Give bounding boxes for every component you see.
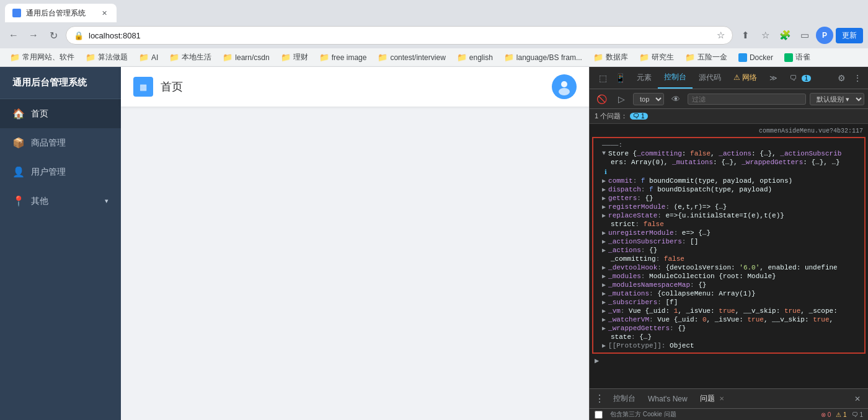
expand-arrow-icon[interactable]: ▶ xyxy=(602,325,606,332)
eye-button[interactable]: 👁 xyxy=(668,91,684,107)
devtools-tab-console[interactable]: 控制台 xyxy=(658,67,693,89)
bookmark-label: language/BS fram... xyxy=(516,53,582,62)
console-output[interactable]: commenAsideMenu.vue?4b32:117 ————: ▼ Sto… xyxy=(590,124,868,388)
bookmark-item-9[interactable]: 📁 language/BS fram... xyxy=(499,51,587,63)
bookmark-item-12[interactable]: 📁 五险一金 xyxy=(680,51,732,64)
bookmark-item-14[interactable]: 语雀 xyxy=(779,51,815,64)
devtools-tab-sources[interactable]: 源代码 xyxy=(693,68,727,88)
console-line-getters[interactable]: ▶ getters: {} xyxy=(597,194,861,203)
share-button[interactable]: ⬆ xyxy=(737,27,754,44)
console-line-unregister[interactable]: ▶ unregisterModule: e=> {…} xyxy=(597,229,861,237)
console-line-modulesnamespace[interactable]: ▶ _modulesNamespaceMap: {} xyxy=(597,281,861,289)
settings-button[interactable]: ⚙ xyxy=(833,70,849,86)
bookmark-item-0[interactable]: 📁 常用网站、软件 xyxy=(5,51,79,64)
bookmark-item-11[interactable]: 📁 研究生 xyxy=(634,51,679,64)
expand-arrow-icon[interactable]: ▶ xyxy=(602,299,606,306)
devtools-button[interactable]: ▭ xyxy=(796,27,813,44)
user-avatar[interactable] xyxy=(552,74,577,99)
bookmark-item-1[interactable]: 📁 算法做题 xyxy=(81,51,133,64)
expand-arrow-icon[interactable]: ▶ xyxy=(602,177,606,185)
update-button[interactable]: 更新 xyxy=(836,28,863,43)
console-line-expand[interactable]: ▶ xyxy=(590,355,868,367)
console-line-subscribers[interactable]: ▶ _subscribers: [f] xyxy=(597,298,861,307)
bookmark-item-5[interactable]: 📁 理财 xyxy=(276,51,313,64)
sidebar-item-home[interactable]: 🏠 首页 xyxy=(0,99,121,128)
footer-label: 包含第三方 Cookie 问题 xyxy=(610,410,676,419)
devtools-tab-issues[interactable]: 🗨 1 xyxy=(784,69,817,87)
console-line-prototype[interactable]: ▶ [[Prototype]]: Object xyxy=(597,341,861,350)
context-select[interactable]: top xyxy=(633,93,664,105)
bookmark-button[interactable]: ☆ xyxy=(756,27,774,44)
bookmark-item-13[interactable]: Docker xyxy=(733,52,778,63)
expand-arrow-icon[interactable]: ▶ xyxy=(602,307,606,315)
expand-arrow-icon[interactable]: ▶ xyxy=(602,281,606,289)
extensions-button[interactable]: 🧩 xyxy=(776,27,794,44)
bottom-tab-console[interactable]: 控制台 xyxy=(607,390,642,408)
console-line-devtoolhook[interactable]: ▶ _devtoolHook: {devtoolsVersion: '6.0',… xyxy=(597,263,861,272)
bottom-tab-issues[interactable]: 问题 ✕ xyxy=(694,390,730,408)
dots-menu-button[interactable]: ⋮ xyxy=(592,393,607,405)
expand-arrow-icon[interactable]: ▶ xyxy=(602,238,606,245)
clear-console-button[interactable]: 🚫 xyxy=(593,91,609,107)
reload-button[interactable]: ↻ xyxy=(45,27,62,44)
console-line-actionsubs[interactable]: ▶ _actionSubscribers: [] xyxy=(597,237,861,246)
more-options-button[interactable]: ⋮ xyxy=(849,70,866,86)
expand-arrow-icon[interactable]: ▼ xyxy=(602,150,606,157)
bookmark-label: contest/interview xyxy=(390,53,445,62)
bottom-tab-whatsnew[interactable]: What's New xyxy=(642,391,694,407)
expand-arrow-icon[interactable]: ▶ xyxy=(602,229,606,237)
devtools-tab-overflow[interactable]: ≫ xyxy=(763,69,784,87)
bookmark-item-4[interactable]: 📁 learn/csdn xyxy=(218,51,274,63)
expand-arrow-icon[interactable]: ▶ xyxy=(602,247,606,254)
profile-button[interactable]: P xyxy=(816,27,833,44)
browser-tab-active[interactable]: 通用后台管理系统 ✕ xyxy=(5,4,117,22)
expand-arrow-icon[interactable]: ▶ xyxy=(602,264,606,271)
expand-arrow-icon[interactable]: ▶ xyxy=(595,356,599,365)
expand-arrow-icon[interactable]: ▶ xyxy=(602,212,606,219)
svg-point-0 xyxy=(561,81,567,87)
run-script-button[interactable]: ▷ xyxy=(613,91,629,107)
bookmark-item-2[interactable]: 📁 AI xyxy=(134,51,163,63)
devtools-tab-elements[interactable]: 元素 xyxy=(631,68,658,88)
console-line-commit[interactable]: ▶ commit: f boundCommit(type, payload, o… xyxy=(597,177,861,185)
expand-arrow-icon[interactable]: ▶ xyxy=(602,290,606,297)
expand-arrow-icon[interactable]: ▶ xyxy=(602,316,606,323)
third-party-cookie-checkbox[interactable] xyxy=(595,411,603,419)
console-line-mutations[interactable]: ▶ _mutations: {collapseMenu: Array(1)} xyxy=(597,289,861,298)
expand-arrow-icon[interactable]: ▶ xyxy=(602,203,606,211)
bookmark-item-10[interactable]: 📁 数据库 xyxy=(588,51,633,64)
tab-close-button[interactable]: ✕ xyxy=(99,8,109,18)
console-line-dispatch[interactable]: ▶ dispatch: f boundDispatch(type, payloa… xyxy=(597,185,861,194)
inspect-button[interactable]: ⬚ xyxy=(595,70,611,86)
bookmark-item-8[interactable]: 📁 english xyxy=(452,51,498,63)
forward-button[interactable]: → xyxy=(25,27,42,44)
devtools-tab-network[interactable]: ⚠ 网络 xyxy=(727,68,763,88)
expand-arrow-icon[interactable]: ▶ xyxy=(602,342,606,349)
level-select[interactable]: 默认级别 ▾ xyxy=(810,93,864,105)
hamburger-button[interactable]: ▦ xyxy=(133,77,153,97)
bookmark-item-3[interactable]: 📁 本地生活 xyxy=(164,51,216,64)
console-line-registermodule[interactable]: ▶ registerModule: (e,t,r)=> {…} xyxy=(597,203,861,211)
bookmark-item-6[interactable]: 📁 free image xyxy=(314,51,372,63)
console-line-vm[interactable]: ▶ _vm: Vue {_uid: 1, _isVue: true, __v_s… xyxy=(597,307,861,315)
device-toggle-button[interactable]: 📱 xyxy=(612,70,628,86)
browser-toolbar: ← → ↻ 🔒 localhost:8081 ☆ ⬆ ☆ 🧩 ▭ P 更新 xyxy=(0,22,868,48)
expand-arrow-icon[interactable]: ▶ xyxy=(602,186,606,193)
sidebar-item-users[interactable]: 👤 用户管理 xyxy=(0,157,121,186)
console-line-modules[interactable]: ▶ _modules: ModuleCollection {root: Modu… xyxy=(597,272,861,281)
console-line-replacestate[interactable]: ▶ replaceState: e=>{u.initialState=I(e),… xyxy=(597,211,861,220)
sidebar-item-products[interactable]: 📦 商品管理 xyxy=(0,128,121,157)
console-line-watchervm[interactable]: ▶ _watcherVM: Vue {_uid: 0, _isVue: true… xyxy=(597,315,861,324)
sidebar-item-other[interactable]: 📍 其他 ▾ xyxy=(0,186,121,216)
expand-arrow-icon[interactable]: ▶ xyxy=(602,273,606,280)
address-bar[interactable]: 🔒 localhost:8081 ☆ xyxy=(66,26,733,45)
close-devtools-button[interactable]: ✕ xyxy=(849,391,866,407)
filter-input[interactable] xyxy=(688,94,806,105)
console-line-actions[interactable]: ▶ _actions: {} xyxy=(597,246,861,255)
console-line-wrappedgetters[interactable]: ▶ _wrappedGetters: {} xyxy=(597,324,861,333)
bottom-tab-close-button[interactable]: ✕ xyxy=(719,395,724,402)
back-button[interactable]: ← xyxy=(5,27,22,44)
expand-arrow-icon[interactable]: ▶ xyxy=(602,195,606,202)
console-line-store-header[interactable]: ▼ Store {_committing: false, _actions: {… xyxy=(597,149,861,158)
bookmark-item-7[interactable]: 📁 contest/interview xyxy=(373,51,450,63)
